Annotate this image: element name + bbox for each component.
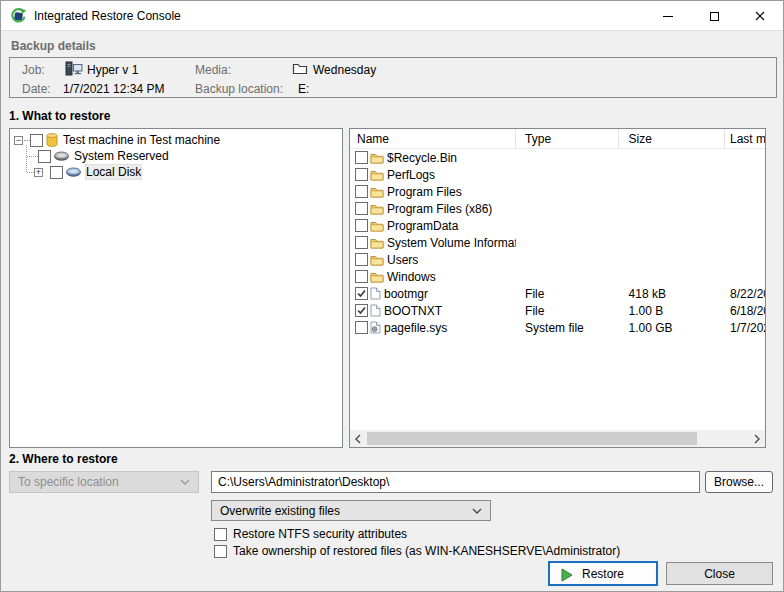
take-ownership-checkbox-row[interactable]: Take ownership of restored files (as WIN… — [214, 544, 620, 558]
file-checkbox[interactable] — [355, 202, 368, 215]
restore-path-input[interactable] — [211, 471, 700, 493]
server-icon — [65, 61, 83, 79]
ntfs-security-label: Restore NTFS security attributes — [233, 527, 407, 541]
file-name[interactable]: PerfLogs — [387, 168, 435, 182]
file-row[interactable]: bootmgrFile418 kB8/22/20 — [350, 285, 765, 302]
expand-icon[interactable]: + — [34, 168, 43, 177]
date-label: Date: — [22, 82, 51, 96]
tree-item-checkbox[interactable] — [30, 134, 43, 147]
file-row[interactable]: Windows — [350, 268, 765, 285]
play-icon — [560, 568, 573, 582]
file-size: 1.00 B — [619, 304, 725, 318]
file-row[interactable]: $Recycle.Bin — [350, 149, 765, 166]
file-size: 418 kB — [619, 287, 725, 301]
backup-details-box: Job: Hyper v 1 Media: Wednesday Date: 1/… — [9, 57, 777, 98]
file-name[interactable]: bootmgr — [384, 287, 428, 301]
file-checkbox[interactable] — [355, 321, 368, 334]
file-name[interactable]: Windows — [387, 270, 436, 284]
file-checkbox[interactable] — [355, 304, 368, 317]
scrollbar-thumb[interactable] — [367, 432, 697, 445]
file-row[interactable]: BOOTNXTFile1.00 B6/18/20 — [350, 302, 765, 319]
window-title: Integrated Restore Console — [34, 9, 181, 23]
maximize-icon — [710, 12, 719, 21]
file-checkbox[interactable] — [355, 151, 368, 164]
ntfs-security-checkbox[interactable] — [214, 528, 227, 541]
file-name[interactable]: Program Files (x86) — [387, 202, 492, 216]
chevron-down-icon — [472, 508, 482, 514]
overwrite-mode-select[interactable]: Overwrite existing files — [211, 500, 491, 521]
file-row[interactable]: Program Files (x86) — [350, 200, 765, 217]
media-label: Media: — [195, 63, 231, 77]
ntfs-security-checkbox-row[interactable]: Restore NTFS security attributes — [214, 527, 407, 541]
backup-location-label: Backup location: — [195, 82, 283, 96]
location-mode-value: To specific location — [18, 475, 119, 489]
scroll-left-icon[interactable] — [350, 430, 366, 447]
file-checkbox[interactable] — [355, 287, 368, 300]
job-label: Job: — [22, 63, 45, 77]
file-row[interactable]: Program Files — [350, 183, 765, 200]
take-ownership-label: Take ownership of restored files (as WIN… — [233, 544, 620, 558]
file-checkbox[interactable] — [355, 270, 368, 283]
tree-item[interactable]: System Reserved — [10, 148, 342, 164]
folder-icon — [370, 186, 384, 198]
minimize-button[interactable] — [645, 1, 691, 31]
column-header-size[interactable]: Size — [619, 129, 725, 148]
titlebar: Integrated Restore Console — [1, 1, 783, 31]
restore-tree[interactable]: −Test machine in Test machineSystem Rese… — [9, 128, 343, 448]
browse-button[interactable]: Browse... — [705, 471, 773, 493]
file-row[interactable]: PerfLogs — [350, 166, 765, 183]
date-value: 1/7/2021 12:34 PM — [63, 82, 164, 96]
tree-item-label[interactable]: Local Disk — [86, 165, 141, 179]
minimize-icon — [663, 16, 673, 17]
file-list-header: Name Type Size Last modified — [350, 129, 765, 149]
folder-icon — [370, 169, 384, 181]
tree-item-label[interactable]: System Reserved — [74, 149, 169, 163]
tree-item[interactable]: −Test machine in Test machine — [10, 132, 342, 148]
file-modified: 1/7/202 — [725, 321, 765, 335]
restore-button[interactable]: Restore — [548, 561, 658, 586]
file-name[interactable]: $Recycle.Bin — [387, 151, 457, 165]
tree-item[interactable]: +Local Disk — [10, 164, 342, 180]
column-header-last-modified[interactable]: Last modified — [725, 129, 765, 148]
file-modified: 8/22/20 — [725, 287, 765, 301]
disk-blue-icon — [66, 167, 81, 177]
file-name[interactable]: ProgramData — [387, 219, 458, 233]
location-mode-select[interactable]: To specific location — [9, 471, 199, 493]
close-button[interactable] — [737, 1, 783, 31]
folder-icon — [370, 203, 384, 215]
file-checkbox[interactable] — [355, 219, 368, 232]
file-checkbox[interactable] — [355, 253, 368, 266]
column-header-type[interactable]: Type — [516, 129, 618, 148]
integrated-restore-console-window: Integrated Restore Console Backup detail… — [0, 0, 784, 592]
folder-icon — [370, 152, 384, 164]
file-row[interactable]: Users — [350, 251, 765, 268]
tree-item-label[interactable]: Test machine in Test machine — [63, 133, 220, 147]
tree-item-checkbox[interactable] — [50, 166, 63, 179]
scroll-right-icon[interactable] — [749, 430, 765, 447]
take-ownership-checkbox[interactable] — [214, 545, 227, 558]
close-dialog-button[interactable]: Close — [666, 562, 773, 585]
file-name[interactable]: pagefile.sys — [384, 321, 447, 335]
file-rows: $Recycle.BinPerfLogsProgram FilesProgram… — [350, 149, 765, 336]
file-name[interactable]: Users — [387, 253, 418, 267]
column-header-name[interactable]: Name — [350, 129, 516, 148]
file-checkbox[interactable] — [355, 185, 368, 198]
file-name[interactable]: System Volume Information — [387, 236, 516, 250]
file-name[interactable]: Program Files — [387, 185, 462, 199]
media-value: Wednesday — [313, 63, 376, 77]
file-name[interactable]: BOOTNXT — [384, 304, 442, 318]
chevron-down-icon — [180, 479, 190, 485]
file-checkbox[interactable] — [355, 168, 368, 181]
file-row[interactable]: System Volume Information — [350, 234, 765, 251]
maximize-button[interactable] — [691, 1, 737, 31]
folder-icon — [370, 237, 384, 249]
file-checkbox[interactable] — [355, 236, 368, 249]
file-row[interactable]: pagefile.sysSystem file1.00 GB1/7/202 — [350, 319, 765, 336]
collapse-icon[interactable]: − — [14, 136, 23, 145]
file-icon — [370, 304, 381, 317]
job-value: Hyper v 1 — [87, 63, 138, 77]
horizontal-scrollbar[interactable] — [350, 430, 765, 447]
file-row[interactable]: ProgramData — [350, 217, 765, 234]
tree-item-checkbox[interactable] — [38, 150, 51, 163]
file-icon — [370, 287, 381, 300]
